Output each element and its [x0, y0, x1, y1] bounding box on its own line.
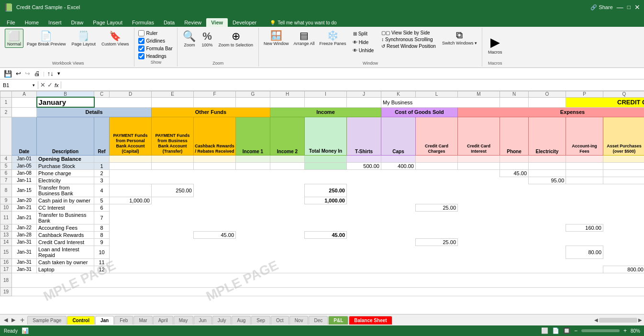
cell-c1[interactable]	[94, 97, 152, 107]
redo-button[interactable]: ↪	[24, 69, 31, 78]
split-button[interactable]: ⊞ Split	[351, 30, 376, 38]
sheet-tab-aug[interactable]: Aug	[232, 316, 251, 325]
formula-input[interactable]: January	[61, 81, 644, 89]
sort-ascending-button[interactable]: ↑↓	[46, 69, 55, 78]
cell-a14[interactable]: Jan-31	[12, 238, 37, 246]
cell-c14[interactable]: 9	[94, 238, 110, 246]
sheet-tab-jun[interactable]: Jun	[194, 316, 212, 325]
cell-k5[interactable]: 400.00	[381, 162, 416, 169]
cell-b7[interactable]: Electricity	[37, 177, 94, 184]
cancel-formula-button[interactable]: ✕	[40, 81, 45, 89]
cell-a10[interactable]: Jan-21	[12, 204, 37, 211]
cell-m4[interactable]	[458, 155, 500, 162]
cell-j5[interactable]: 500.00	[347, 162, 381, 169]
col-E[interactable]: E	[152, 91, 194, 98]
cell-m5[interactable]	[458, 162, 500, 169]
cell-q15[interactable]: 80.00	[566, 246, 603, 258]
cell-q5[interactable]	[603, 162, 644, 169]
cell-a12[interactable]: Jan-22	[12, 224, 37, 231]
col-F[interactable]: F	[194, 91, 236, 98]
unhide-button[interactable]: 👁 Unhide	[351, 47, 376, 54]
cell-d8[interactable]	[110, 184, 152, 197]
sheet-tab-mar[interactable]: Mar	[133, 316, 152, 325]
cell-e5[interactable]	[152, 162, 194, 169]
col-L[interactable]: L	[416, 91, 458, 98]
tab-review[interactable]: Review	[179, 18, 206, 27]
cell-k4[interactable]	[381, 155, 416, 162]
cell-i13[interactable]: 45.00	[305, 231, 347, 238]
col-O[interactable]: O	[529, 91, 566, 98]
hscroll-track[interactable]	[599, 318, 637, 323]
macros-button[interactable]: ▶ Macros	[485, 34, 505, 56]
tab-formulas[interactable]: Formulas	[127, 18, 159, 27]
cell-n6[interactable]: 45.00	[500, 169, 529, 177]
cell-o6[interactable]	[529, 169, 566, 177]
switch-windows-button[interactable]: ⧉ Switch Windows ▾	[440, 29, 479, 46]
hide-button[interactable]: 👁 Hide	[351, 39, 376, 46]
ruler-check[interactable]: Ruler	[138, 30, 172, 36]
normal-view-button[interactable]: ⬜ Normal	[5, 29, 23, 48]
cell-reference-box[interactable]: B1 ▾	[0, 81, 38, 89]
layout-page-icon[interactable]: 📄	[552, 327, 559, 334]
cell-f5[interactable]	[194, 162, 236, 169]
cell-b15[interactable]: Loan and Interest Repaid	[37, 246, 94, 258]
add-sheet-button[interactable]: +	[17, 316, 27, 325]
cell-r7[interactable]	[603, 177, 644, 184]
cell-b13[interactable]: Cashback Rewards	[37, 231, 94, 238]
page-layout-button[interactable]: 🗒️ Page Layout	[69, 29, 99, 48]
cell-p5[interactable]	[566, 162, 603, 169]
custom-views-button[interactable]: 🔖 Custom Views	[99, 29, 131, 48]
col-K[interactable]: K	[381, 91, 416, 98]
tab-file[interactable]: File	[2, 18, 20, 27]
sheet-tab-sample-page[interactable]: Sample Page	[27, 316, 67, 325]
cell-o1[interactable]	[529, 97, 566, 107]
cell-p4[interactable]	[566, 155, 603, 162]
cell-q4[interactable]	[603, 155, 644, 162]
sheet-tab-oct[interactable]: Oct	[271, 316, 289, 325]
cell-i5[interactable]	[305, 162, 347, 169]
cell-b6[interactable]: Phone charge	[37, 169, 94, 177]
cell-c11[interactable]: 7	[94, 211, 110, 224]
cell-e4[interactable]	[152, 155, 194, 162]
cell-l14[interactable]: 25.00	[416, 238, 458, 246]
zoom-in-button[interactable]: +	[623, 327, 627, 334]
cell-q6[interactable]	[603, 169, 644, 177]
cell-c8[interactable]: 4	[94, 184, 110, 197]
cell-a7[interactable]: Jan-11	[12, 177, 37, 184]
cell-r17[interactable]: 800.00	[603, 266, 644, 273]
cell-a13[interactable]: Jan-28	[12, 231, 37, 238]
cell-ref-dropdown[interactable]: ▾	[33, 83, 35, 88]
cell-n1[interactable]	[500, 97, 529, 107]
confirm-formula-button[interactable]: ✓	[47, 81, 53, 89]
reset-window-button[interactable]: ↺ Reset Window Position	[380, 43, 437, 49]
tab-insert[interactable]: Insert	[44, 18, 67, 27]
col-B[interactable]: B	[37, 91, 94, 98]
freeze-panes-button[interactable]: ❄️ Freeze Panes	[318, 29, 348, 47]
col-M[interactable]: M	[458, 91, 500, 98]
cell-g1[interactable]	[236, 97, 270, 107]
cell-b1[interactable]: January	[37, 97, 94, 107]
cell-q7[interactable]	[566, 177, 603, 184]
tell-me-box[interactable]: 💡 Tell me what you want to do	[265, 19, 341, 27]
cell-a11[interactable]: Jan-21	[12, 211, 37, 224]
zoom-100-button[interactable]: % 100%	[199, 29, 215, 49]
minimize-button[interactable]: —	[617, 3, 623, 11]
col-Q[interactable]: Q	[603, 91, 644, 98]
cell-b12[interactable]: Accounting Fees	[37, 224, 94, 231]
col-G[interactable]: G	[236, 91, 270, 98]
cell-j1[interactable]	[347, 97, 381, 107]
hscroll-right[interactable]: ▶	[638, 317, 642, 323]
cell-i9[interactable]: 1,000.00	[305, 197, 347, 204]
hscroll-left[interactable]: ◀	[594, 317, 598, 323]
tab-developer[interactable]: Developer	[228, 18, 261, 27]
zoom-button[interactable]: 🔍 Zoom	[180, 29, 198, 49]
sheet-tab-july[interactable]: July	[212, 316, 232, 325]
cell-a15[interactable]: Jan-31	[12, 246, 37, 258]
cell-o5[interactable]	[529, 162, 566, 169]
headings-check[interactable]: Headings	[138, 53, 172, 59]
col-A[interactable]: A	[12, 91, 37, 98]
horizontal-scroll-area[interactable]: ◀ ▶	[594, 317, 642, 323]
sheet-tab-feb[interactable]: Feb	[114, 316, 133, 325]
tab-draw[interactable]: Draw	[67, 18, 89, 27]
sheet-tab-nov[interactable]: Nov	[289, 316, 309, 325]
